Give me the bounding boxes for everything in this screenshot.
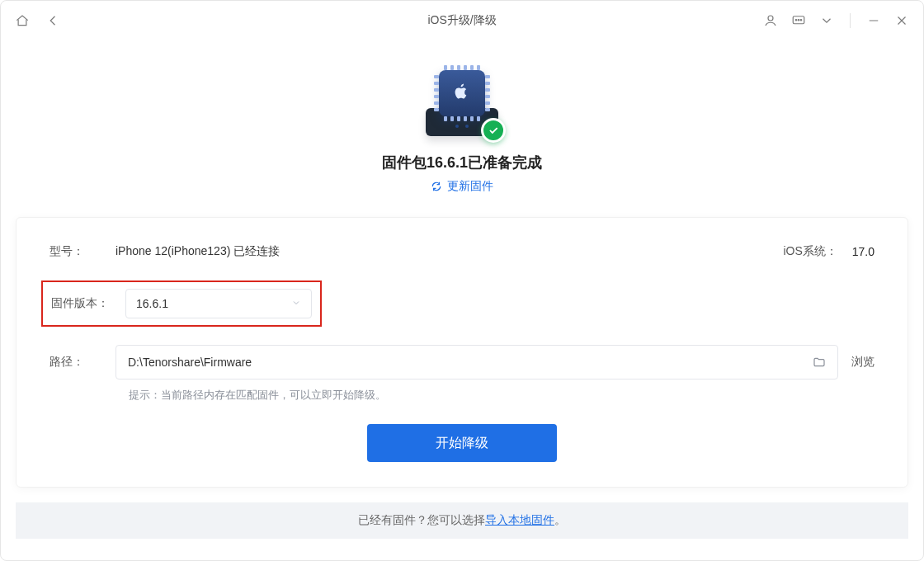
update-firmware-link[interactable]: 更新固件 [431, 179, 493, 194]
firmware-version-select[interactable]: 16.6.1 [125, 289, 312, 318]
model-value: iPhone 12(iPhone123) 已经连接 [116, 244, 280, 259]
minimize-icon[interactable] [865, 12, 882, 29]
update-firmware-label: 更新固件 [447, 179, 493, 194]
footer-suffix: 。 [554, 513, 566, 528]
firmware-ready-title: 固件包16.6.1已准备完成 [382, 153, 542, 172]
svg-point-3 [798, 19, 799, 21]
user-icon[interactable] [762, 12, 779, 29]
folder-icon [813, 356, 826, 369]
browse-button[interactable]: 浏览 [851, 355, 874, 370]
chevron-down-icon [291, 297, 301, 310]
ios-system-value: 17.0 [852, 245, 874, 258]
ios-system-label: iOS系统： [783, 244, 837, 259]
firmware-version-row: 固件版本： 16.6.1 [50, 280, 874, 327]
firmware-version-highlight: 固件版本： 16.6.1 [41, 280, 322, 327]
firmware-version-label: 固件版本： [51, 296, 125, 311]
home-icon[interactable] [14, 12, 31, 29]
firmware-card: 型号： iPhone 12(iPhone123) 已经连接 iOS系统： 17.… [16, 217, 908, 488]
svg-point-2 [795, 19, 797, 21]
path-label: 路径： [50, 355, 116, 370]
chevron-down-icon[interactable] [818, 12, 835, 29]
page-title: iOS升级/降级 [427, 13, 496, 28]
path-input[interactable]: D:\Tenorshare\Firmware [116, 345, 838, 380]
stage: 固件包16.6.1已准备完成 更新固件 型号： iPhone 12(iPhone… [1, 40, 923, 554]
hero: 固件包16.6.1已准备完成 更新固件 [16, 50, 908, 194]
refresh-icon [431, 181, 442, 192]
feedback-icon[interactable] [790, 12, 807, 29]
device-row: 型号： iPhone 12(iPhone123) 已经连接 iOS系统： 17.… [50, 244, 874, 259]
svg-point-4 [800, 19, 802, 21]
titlebar-separator [850, 13, 851, 28]
footer-prefix: 已经有固件？您可以选择 [358, 513, 485, 528]
close-icon[interactable] [893, 12, 910, 29]
path-value: D:\Tenorshare\Firmware [128, 356, 252, 369]
back-icon[interactable] [45, 12, 62, 29]
import-local-firmware-link[interactable]: 导入本地固件 [485, 513, 554, 528]
success-check-icon [481, 118, 506, 143]
start-downgrade-button[interactable]: 开始降级 [367, 424, 557, 462]
firmware-ready-illustration [417, 65, 507, 141]
apple-logo-icon [455, 83, 469, 104]
path-hint: 提示：当前路径内存在匹配固件，可以立即开始降级。 [129, 388, 874, 403]
path-row: 路径： D:\Tenorshare\Firmware 浏览 [50, 345, 874, 380]
model-label: 型号： [50, 244, 116, 259]
titlebar: iOS升级/降级 [1, 1, 923, 40]
titlebar-right [762, 12, 910, 29]
footer-bar: 已经有固件？您可以选择 导入本地固件 。 [16, 502, 908, 539]
firmware-version-value: 16.6.1 [136, 297, 168, 310]
svg-point-0 [768, 16, 773, 21]
titlebar-left [14, 12, 62, 29]
